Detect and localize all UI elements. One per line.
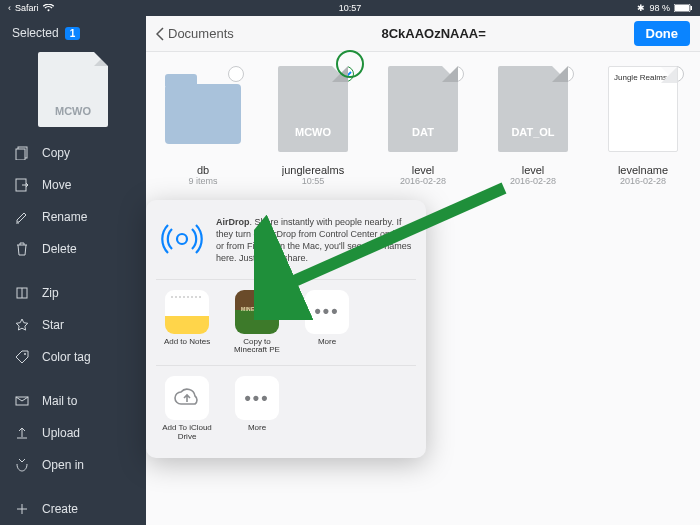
sidebar-item-create[interactable]: Create (0, 493, 146, 525)
selected-file-thumb: MCWO (38, 52, 108, 127)
share-add-to-notes[interactable]: Add to Notes (160, 290, 214, 356)
back-chevron-icon: ‹ (8, 3, 11, 13)
status-app: Safari (15, 3, 39, 13)
sidebar-item-delete[interactable]: Delete (0, 233, 146, 265)
star-icon (14, 318, 30, 332)
share-row-actions: Add To iCloud Drive More (156, 366, 416, 452)
sidebar-item-mailto[interactable]: Mail to (0, 385, 146, 417)
selected-count-badge: 1 (65, 27, 81, 40)
sidebar-item-upload[interactable]: Upload (0, 417, 146, 449)
sidebar-item-zip[interactable]: Zip (0, 277, 146, 309)
file-grid: db 9 items MCWO junglerealms 10:55 DAT l… (146, 52, 700, 200)
chevron-left-icon (156, 27, 164, 41)
file-item[interactable]: Jungle Realms levelname 2016-02-28 (596, 66, 690, 186)
svg-rect-2 (691, 6, 693, 10)
minecraft-icon (235, 290, 279, 334)
document-icon: Jungle Realms (608, 66, 678, 152)
upload-icon (14, 426, 30, 440)
more-icon (235, 376, 279, 420)
file-item[interactable]: DAT level 2016-02-28 (376, 66, 470, 186)
sidebar: Selected 1 MCWO Copy Move Rename Delete … (0, 16, 146, 525)
share-icloud-drive[interactable]: Add To iCloud Drive (160, 376, 214, 442)
file-item-folder[interactable]: db 9 items (156, 66, 250, 186)
folder-icon (165, 84, 241, 144)
svg-rect-1 (675, 5, 689, 11)
sidebar-item-colortag[interactable]: Color tag (0, 341, 146, 373)
sidebar-item-move[interactable]: Move (0, 169, 146, 201)
share-more-apps[interactable]: More (300, 290, 354, 356)
tag-icon (14, 350, 30, 364)
sidebar-item-copy[interactable]: Copy (0, 137, 146, 169)
sidebar-item-openin[interactable]: Open in (0, 449, 146, 481)
sidebar-item-rename[interactable]: Rename (0, 201, 146, 233)
status-bar: ‹ Safari 10:57 ✱ 98 % (0, 0, 700, 16)
selection-summary: Selected 1 (0, 22, 146, 48)
file-item[interactable]: MCWO junglerealms 10:55 (266, 66, 360, 186)
done-button[interactable]: Done (634, 21, 691, 46)
svg-point-7 (24, 353, 26, 355)
bluetooth-icon: ✱ (637, 3, 645, 13)
copy-icon (14, 146, 30, 160)
sidebar-item-star[interactable]: Star (0, 309, 146, 341)
more-icon (305, 290, 349, 334)
share-row-apps: Add to Notes Copy to Minecraft PE More (156, 280, 416, 367)
topbar: Documents 8CkAAOzNAAA= Done (146, 16, 700, 52)
document-icon: DAT_OL (498, 66, 568, 152)
document-icon: DAT (388, 66, 458, 152)
document-icon: MCWO (278, 66, 348, 152)
openin-icon (14, 458, 30, 472)
svg-point-9 (177, 234, 187, 244)
trash-icon (14, 242, 30, 256)
mail-icon (14, 394, 30, 408)
plus-icon (14, 502, 30, 516)
back-button[interactable]: Documents (156, 26, 234, 41)
airdrop-icon (160, 216, 204, 262)
page-title: 8CkAAOzNAAA= (242, 26, 626, 41)
airdrop-text: AirDrop. Share instantly with people nea… (216, 216, 412, 265)
selected-label: Selected (12, 26, 59, 40)
status-battery: 98 % (649, 3, 670, 13)
status-time: 10:57 (339, 3, 362, 13)
share-copy-to-minecraft[interactable]: Copy to Minecraft PE (230, 290, 284, 356)
share-sheet: AirDrop. Share instantly with people nea… (146, 200, 426, 458)
move-icon (14, 178, 30, 192)
share-more-actions[interactable]: More (230, 376, 284, 442)
battery-icon (674, 4, 692, 12)
wifi-icon (43, 4, 54, 12)
cloud-upload-icon (165, 376, 209, 420)
svg-rect-4 (16, 149, 25, 160)
zip-icon (14, 286, 30, 300)
file-item[interactable]: DAT_OL level 2016-02-28 (486, 66, 580, 186)
airdrop-row[interactable]: AirDrop. Share instantly with people nea… (156, 210, 416, 280)
rename-icon (14, 210, 30, 224)
notes-icon (165, 290, 209, 334)
